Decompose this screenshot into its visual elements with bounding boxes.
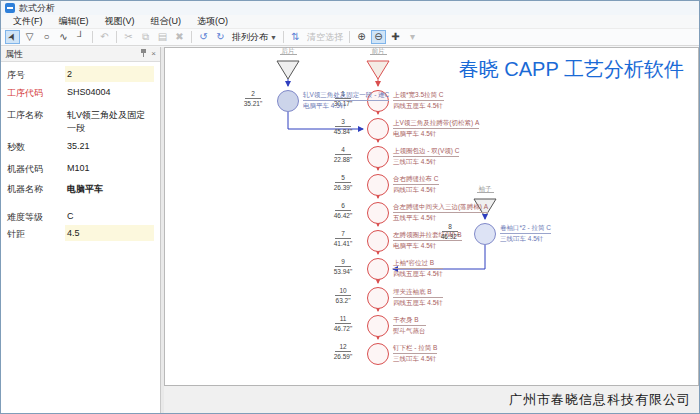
process-node-6[interactable] (367, 202, 389, 224)
cut-icon[interactable]: ✂ (121, 30, 136, 44)
property-label: 机器代码 (7, 160, 65, 176)
property-label: 机器名称 (7, 180, 65, 196)
process-node-1[interactable] (367, 90, 389, 112)
property-row-0: 序号2 (1, 66, 160, 84)
property-value[interactable]: C (65, 208, 154, 224)
triangle-tool-icon[interactable]: ▽ (22, 30, 37, 44)
pan-icon[interactable]: ✚ (388, 30, 403, 44)
property-value[interactable]: 35.21 (65, 138, 154, 154)
process-node-12[interactable] (367, 343, 389, 365)
property-label: 难度等级 (7, 208, 65, 224)
property-value[interactable]: 4.5 (65, 225, 154, 241)
toolbar-overflow-icon[interactable]: ▾ (405, 30, 420, 44)
property-label: 序号 (7, 66, 65, 82)
property-label: 工序代码 (7, 84, 65, 100)
toolbar-separator (349, 31, 350, 43)
property-row-7: 针距4.5 (1, 225, 160, 242)
corner-line-tool-icon[interactable]: ┘ (73, 30, 88, 44)
right-column: 春晓 CAPP 工艺分析软件 广州市春晓信息科技有限公司 (164, 47, 699, 413)
property-label: 工序名称 (7, 106, 65, 122)
process-node-5[interactable] (367, 174, 389, 196)
menu-item-1[interactable]: 编辑(E) (51, 14, 97, 29)
company-name: 广州市春晓信息科技有限公司 (509, 391, 691, 409)
zoom-out-icon[interactable]: ⊖ (371, 30, 386, 44)
toolbar: ➤▽○∿┘↶✂⧉▤✖↺↻排列分布▼⇅清空选择⊕⊖✚▾ (1, 29, 699, 46)
property-rows: 序号2工序代码SHS04004工序名称轧V领三角处及固定一段秒数35.21机器代… (1, 62, 160, 242)
process-node-4[interactable] (367, 146, 389, 168)
main-area: 属性 × 序号2工序代码SHS04004工序名称轧V领三角处及固定一段秒数35.… (1, 47, 699, 413)
property-label: 秒数 (7, 138, 65, 154)
rotate-left-icon[interactable]: ↺ (196, 30, 211, 44)
app-watermark-title: 春晓 CAPP 工艺分析软件 (459, 56, 684, 83)
zoom-in-icon[interactable]: ⊕ (354, 30, 369, 44)
undo-icon[interactable]: ↶ (97, 30, 112, 44)
paste-icon[interactable]: ▤ (155, 30, 170, 44)
pin-icon[interactable] (140, 49, 147, 59)
property-row-3: 秒数35.21 (1, 138, 160, 160)
property-row-2: 工序名称轧V领三角处及固定一段 (1, 106, 160, 138)
ellipse-tool-icon[interactable]: ○ (39, 30, 54, 44)
menu-item-3[interactable]: 组合(U) (143, 14, 190, 29)
property-row-6: 难度等级C (1, 208, 160, 225)
toolbar-separator (116, 31, 117, 43)
properties-panel: 属性 × 序号2工序代码SHS04004工序名称轧V领三角处及固定一段秒数35.… (1, 47, 161, 413)
process-node-11[interactable] (367, 315, 389, 337)
properties-panel-header: 属性 × (1, 47, 160, 62)
rotate-right-icon[interactable]: ↻ (213, 30, 228, 44)
property-value[interactable]: 轧V领三角处及固定一段 (65, 106, 154, 138)
title-bar: 款式分析 (1, 1, 699, 15)
property-row-4: 机器代码M101 (1, 160, 160, 180)
app-icon (5, 3, 15, 13)
property-value[interactable]: 2 (65, 66, 154, 82)
process-node-9[interactable] (367, 258, 389, 280)
property-label: 针距 (7, 225, 65, 241)
window-title: 款式分析 (19, 2, 55, 15)
status-bar: 广州市春晓信息科技有限公司 (164, 385, 699, 413)
toolbar-separator (283, 31, 284, 43)
property-row-1: 工序代码SHS04004 (1, 84, 160, 106)
property-value[interactable]: SHS04004 (65, 84, 154, 100)
menu-item-4[interactable]: 选项(O) (189, 14, 236, 29)
chevron-down-icon: ▼ (270, 34, 277, 41)
properties-panel-title: 属性 (5, 48, 136, 61)
toolbar-separator (92, 31, 93, 43)
property-value[interactable]: 电脑平车 (65, 180, 154, 199)
process-node-2[interactable] (277, 90, 299, 112)
menu-bar: 文件(F)编辑(E)视图(V)组合(U)选项(O) (1, 15, 699, 29)
process-node-3[interactable] (367, 118, 389, 140)
select-tool-icon[interactable]: ➤ (5, 30, 20, 44)
menu-item-2[interactable]: 视图(V) (97, 14, 143, 29)
toolbar-separator (191, 31, 192, 43)
arrange-distribute-button[interactable]: 排列分布▼ (229, 31, 280, 44)
process-node-7[interactable] (367, 230, 389, 252)
clear-selection-button[interactable]: 清空选择 (304, 31, 346, 44)
process-node-8[interactable] (474, 223, 496, 245)
curve-tool-icon[interactable]: ∿ (56, 30, 71, 44)
close-panel-icon[interactable]: × (151, 50, 156, 58)
property-row-5: 机器名称电脑平车 (1, 180, 160, 208)
property-value[interactable]: M101 (65, 160, 154, 176)
app-window: 款式分析 文件(F)编辑(E)视图(V)组合(U)选项(O) ➤▽○∿┘↶✂⧉▤… (0, 0, 700, 414)
copy-icon[interactable]: ⧉ (138, 30, 153, 44)
diagram-canvas[interactable]: 春晓 CAPP 工艺分析软件 (164, 47, 699, 385)
order-icon[interactable]: ⇅ (288, 30, 303, 44)
delete-icon[interactable]: ✖ (172, 30, 187, 44)
process-node-10[interactable] (367, 287, 389, 309)
menu-item-0[interactable]: 文件(F) (5, 14, 51, 29)
